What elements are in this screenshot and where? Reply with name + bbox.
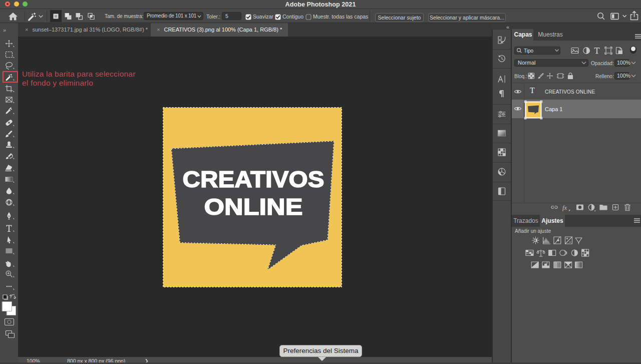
svg-text:CREATIVOS: CREATIVOS [183, 166, 325, 192]
svg-text:ONLINE: ONLINE [204, 193, 303, 220]
svg-text:fx: fx [562, 204, 567, 211]
